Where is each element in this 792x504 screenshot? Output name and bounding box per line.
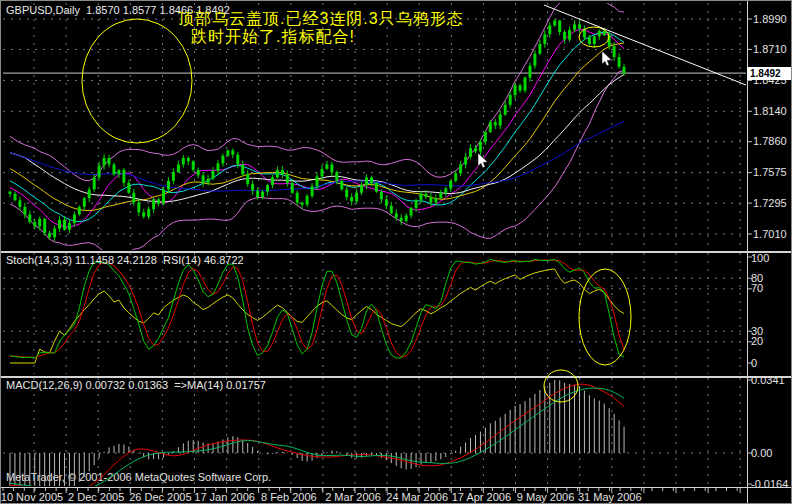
stoch-panel-header: Stoch(14,3,3) 11.1458 24.2128 RSI(14) 46… [6, 254, 244, 266]
macd-axis-label: -0.0164 [751, 479, 788, 490]
price-axis-label: 1.7010 [753, 229, 787, 240]
panel-separator[interactable] [1, 487, 792, 488]
stoch-axis-label: 100 [751, 253, 769, 264]
chart-canvas[interactable] [1, 1, 792, 504]
candlestick-series[interactable] [9, 19, 626, 242]
stoch-axis-label: 20 [751, 336, 763, 347]
date-axis-label: 31 May 2006 [570, 491, 650, 503]
macd-histogram [10, 380, 624, 495]
macd-axis-label: 0.00 [751, 448, 772, 459]
mouse-cursor-icon [602, 51, 611, 66]
current-price-tag: 1.8492 [747, 67, 792, 80]
drawn-objects [82, 19, 631, 402]
mt4-chart-window[interactable]: MetaTrader, © 2001-2006 MetaQuotes Softw… [0, 0, 792, 504]
price-axis-label: 1.8990 [753, 14, 787, 25]
panel-separator[interactable] [1, 251, 792, 253]
grid-lines [3, 3, 746, 486]
price-axis-label: 1.8710 [753, 44, 787, 55]
annotation-line2[interactable]: 跌时开始了.指标配合! [191, 28, 355, 45]
macd-panel-header: MACD(12,26,9) 0.00732 0.01363 =>MA(14) 0… [6, 379, 266, 391]
stoch-axis-label: 70 [751, 283, 763, 294]
price-axis-label: 1.7860 [753, 136, 787, 147]
price-axis-label: 1.8140 [753, 106, 787, 117]
stoch-rsi-plot [10, 259, 624, 363]
macd-plot [10, 380, 624, 495]
macd-cross-circle[interactable] [544, 370, 578, 402]
stoch-axis-label: 0 [751, 358, 757, 369]
panel-separator[interactable] [1, 376, 792, 378]
price-axis-label: 1.7295 [753, 198, 787, 209]
annotation-line1[interactable]: 顶部乌云盖顶.已经3连阴.3只乌鸦形态 [178, 10, 464, 27]
stoch-drop-circle[interactable] [579, 269, 631, 365]
macd-axis-label: 0.0341 [751, 375, 785, 386]
price-axis-label: 1.7575 [753, 167, 787, 178]
